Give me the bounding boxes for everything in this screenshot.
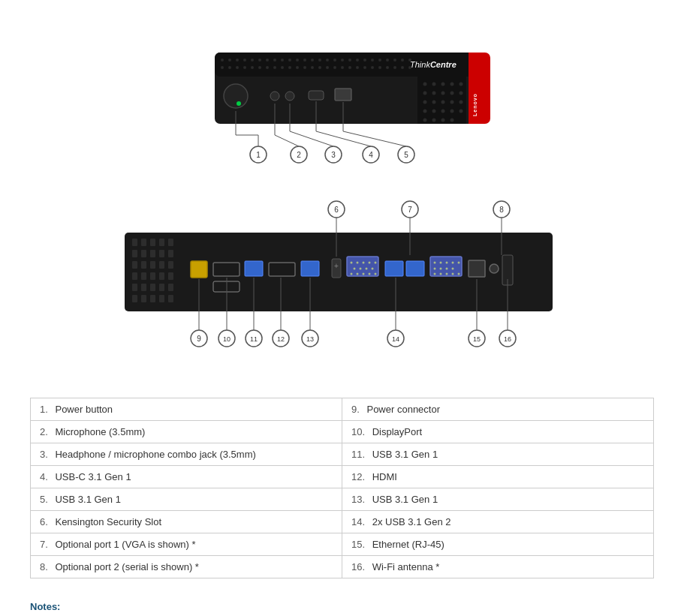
svg-rect-113 [132,239,137,246]
table-row: 7. Optional port 1 (VGA is shown) *15. E… [31,533,654,556]
port-left-cell: 8. Optional port 2 (serial is shown) * [31,556,342,578]
svg-point-43 [326,66,329,69]
svg-point-161 [356,273,358,275]
svg-rect-141 [159,295,164,302]
svg-rect-138 [132,295,137,302]
svg-text:12: 12 [276,335,284,343]
svg-rect-136 [159,284,164,291]
svg-point-164 [374,273,376,275]
svg-point-181 [457,273,460,275]
svg-point-40 [303,66,306,69]
svg-rect-117 [168,239,173,246]
svg-point-159 [371,268,373,270]
table-row: 6. Kensington Security Slot14. 2x USB 3.… [31,511,654,533]
svg-point-168 [433,262,435,264]
svg-rect-118 [132,250,137,257]
table-row: 8. Optional port 2 (serial is shown) *16… [31,556,654,578]
svg-point-75 [423,119,426,122]
svg-rect-147 [301,261,319,276]
svg-point-48 [363,66,366,69]
port-left-cell: 7. Optional port 1 (VGA is shown) * [31,533,342,556]
svg-point-158 [365,268,367,270]
svg-point-169 [439,262,441,264]
svg-point-67 [441,101,444,104]
svg-rect-132 [168,272,173,280]
svg-rect-165 [385,261,403,276]
svg-line-105 [316,131,371,146]
svg-point-49 [371,66,374,69]
svg-point-77 [441,119,444,122]
svg-point-87 [270,92,279,101]
port-right-cell: 15. Ethernet (RJ-45) [342,533,654,556]
svg-text:3: 3 [331,151,336,159]
svg-rect-143 [191,261,207,278]
svg-point-63 [450,92,453,95]
back-view-section: + [30,188,654,383]
svg-rect-129 [141,272,146,280]
svg-text:8: 8 [499,206,504,214]
svg-text:+: + [334,262,339,270]
svg-rect-135 [150,284,155,291]
svg-rect-121 [159,250,164,257]
svg-point-175 [445,268,447,270]
svg-point-47 [356,66,359,69]
svg-point-31 [236,66,239,69]
svg-point-66 [432,101,435,104]
svg-line-109 [343,131,406,146]
svg-point-53 [401,66,404,69]
svg-rect-140 [150,295,155,302]
svg-point-9 [266,59,269,62]
svg-line-101 [290,131,333,146]
svg-text:1: 1 [256,151,261,159]
table-row: 1. Power button9. Power connector [31,398,654,421]
svg-text:7: 7 [408,206,412,214]
svg-point-74 [459,110,463,113]
svg-point-170 [445,262,447,264]
svg-text:11: 11 [249,335,257,343]
svg-point-25 [386,59,389,62]
svg-rect-119 [141,250,146,257]
page-container: Lenovo ThinkCentre 1 [30,15,654,616]
svg-point-152 [356,262,358,264]
svg-point-7 [251,59,254,62]
svg-rect-146 [269,263,295,276]
svg-point-4 [228,59,231,62]
svg-point-179 [445,273,447,275]
notes-section: Notes: Ports with * are only available o… [30,593,654,616]
svg-point-86 [237,101,241,106]
svg-rect-116 [159,239,164,246]
svg-point-156 [353,268,355,270]
svg-point-56 [432,83,435,86]
svg-text:5: 5 [404,151,408,159]
svg-point-160 [350,273,352,275]
svg-point-22 [363,59,366,62]
svg-rect-130 [150,272,155,280]
port-left-cell: 1. Power button [31,398,342,421]
svg-rect-166 [406,261,424,276]
svg-point-76 [432,119,435,122]
svg-point-153 [362,262,364,264]
svg-point-5 [236,59,239,62]
svg-point-35 [266,66,269,69]
svg-point-14 [303,59,306,62]
svg-point-172 [457,262,460,264]
svg-point-41 [311,66,314,69]
svg-rect-133 [132,284,137,291]
svg-point-88 [285,92,294,101]
svg-point-42 [318,66,321,69]
port-left-cell: 2. Microphone (3.5mm) [31,421,342,443]
svg-rect-134 [141,284,146,291]
svg-point-163 [368,273,370,275]
svg-rect-182 [469,260,485,277]
port-right-cell: 10. DisplayPort [342,421,654,443]
svg-point-64 [459,92,463,95]
svg-rect-128 [132,272,137,280]
svg-point-38 [288,66,291,69]
front-view-section: Lenovo ThinkCentre 1 [30,15,654,180]
svg-point-3 [221,59,224,62]
svg-point-70 [423,110,426,113]
table-row: 2. Microphone (3.5mm)10. DisplayPort [31,421,654,443]
svg-rect-90 [335,89,351,101]
svg-point-46 [348,66,351,69]
port-right-cell: 16. Wi-Fi antenna * [342,556,654,578]
